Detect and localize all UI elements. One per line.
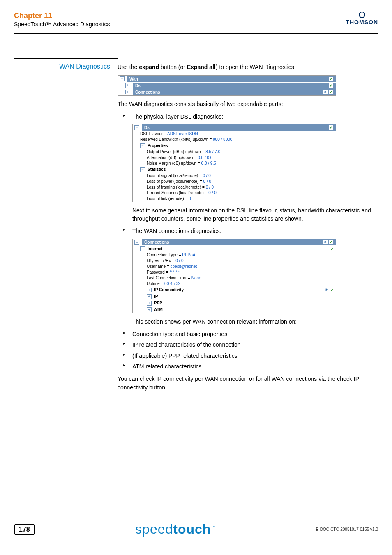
- loss-link-line: Loss of link (remote) = 0: [133, 196, 336, 202]
- properties-node[interactable]: Properties: [148, 143, 168, 149]
- connections-header-bar[interactable]: Connections ⟳✔: [142, 239, 336, 245]
- expand-icon[interactable]: +: [125, 83, 130, 88]
- globe-icon: [359, 12, 365, 18]
- expand-icon[interactable]: +: [147, 288, 152, 292]
- atm-node[interactable]: ATM: [154, 306, 163, 313]
- username-line: Username = cpesit@rednet: [133, 264, 336, 269]
- status-action-icon: ⟳✔: [324, 288, 334, 292]
- expand-icon[interactable]: +: [147, 294, 152, 299]
- chapter-title: Chapter 11: [14, 12, 110, 20]
- content: WAN Diagnostics Use the expand button (o…: [14, 58, 378, 396]
- connections-description-paragraph: This section shows per WAN connection re…: [132, 318, 378, 326]
- last-error-line: Last Connection Error = None: [133, 275, 336, 281]
- sub-bullet-ip-characteristics: IP related characteristics of the connec…: [118, 341, 378, 349]
- connections-node-bar[interactable]: Connections ⟳✔: [133, 89, 336, 95]
- password-line: Password = *******: [133, 269, 336, 275]
- chapter-subtitle: SpeedTouch™ Advanced Diagnostics: [14, 21, 110, 28]
- page-header: Chapter 11 SpeedTouch™ Advanced Diagnost…: [14, 12, 378, 34]
- wan-tree-screenshot: − Wan ✔ + Dsl ✔ +: [118, 75, 336, 96]
- dsl-bandwidth-line: Reserved Bandwidth (kbit/s) up/down = 80…: [133, 137, 336, 143]
- dsl-tree-screenshot: − Dsl ✔ DSL Flavour = ADSL over ISDN Res…: [132, 124, 336, 202]
- uptime-line: Uptime = 00:45:32: [133, 281, 336, 287]
- loss-power-line: Loss of power (local/remote) = 0 / 0: [133, 179, 336, 184]
- document-id: E-DOC-CTC-20051017-0155 v1.0: [316, 527, 378, 532]
- status-ok-icon: ✔: [329, 77, 333, 81]
- collapse-icon[interactable]: −: [134, 240, 139, 245]
- dsl-header-bar[interactable]: Dsl ✔: [142, 124, 336, 131]
- section-body: Use the expand button (or Expand all) to…: [118, 58, 378, 396]
- collapse-icon[interactable]: −: [134, 125, 139, 130]
- bullet-connections-diagnostics: The WAN connections diagnostics: − Conne…: [118, 227, 378, 326]
- kbytes-line: kBytes Tx/Rx = 0 / 0: [133, 258, 336, 264]
- attenuation-line: Attenuation (dB) up/down = 0.0 / 0.0: [133, 155, 336, 161]
- wan-node-bar[interactable]: Wan ✔: [127, 76, 336, 82]
- output-power-line: Output Power (dBm) up/down = 8.5 / 7.0: [133, 149, 336, 155]
- status-action-icon: ⟳✔: [323, 90, 333, 94]
- internet-node[interactable]: Internet: [148, 246, 163, 252]
- dsl-flavour-line: DSL Flavour = ADSL over ISDN: [133, 131, 336, 137]
- status-action-icon: ⟳✔: [323, 240, 333, 244]
- noise-margin-line: Noise Margin (dB) up/down = 6.0 / 9.5: [133, 161, 336, 166]
- sub-bullet-conn-type: Connection type and basic properties: [118, 330, 378, 338]
- bullet-dsl-diagnostics: The physical layer DSL diagnostics: − Ds…: [118, 113, 378, 223]
- loss-signal-line: Loss of signal (local/remote) = 0 / 0: [133, 173, 336, 179]
- status-ok-icon: ✔: [329, 83, 333, 88]
- expand-icon[interactable]: +: [125, 90, 130, 94]
- collapse-icon[interactable]: −: [140, 143, 145, 148]
- section-heading: WAN Diagnostics: [14, 58, 118, 70]
- page-footer: 178 speedtouch™ E-DOC-CTC-20051017-0155 …: [14, 522, 378, 537]
- collapse-icon[interactable]: −: [140, 246, 145, 251]
- page-number: 178: [14, 524, 35, 535]
- status-ok-icon: ✔: [329, 125, 333, 130]
- collapse-icon[interactable]: −: [120, 76, 125, 81]
- loss-framing-line: Loss of framing (local/remote) = 0 / 0: [133, 184, 336, 190]
- ppp-node[interactable]: PPP: [154, 300, 162, 306]
- intro-paragraph: Use the expand button (or Expand all) to…: [118, 63, 378, 71]
- wan-parts-paragraph: The WAN diagnostics consists basically o…: [118, 100, 378, 108]
- statistics-node[interactable]: Statistics: [148, 166, 166, 173]
- ip-node[interactable]: IP: [154, 293, 158, 300]
- sub-bullet-ppp-characteristics: (If applicable) PPP related characterist…: [118, 352, 378, 360]
- status-ok-icon: ✔: [330, 246, 334, 251]
- sub-bullet-atm-characteristics: ATM related characteristics: [118, 362, 378, 371]
- dsl-node-bar[interactable]: Dsl ✔: [133, 83, 336, 89]
- collapse-icon[interactable]: −: [140, 167, 145, 172]
- brand-name: THOMSON: [346, 19, 378, 25]
- expand-icon[interactable]: +: [147, 307, 152, 312]
- connection-type-line: Connection Type = PPPoA: [133, 252, 336, 258]
- page: Chapter 11 SpeedTouch™ Advanced Diagnost…: [0, 0, 392, 555]
- errored-seconds-line: Errored Seconds (local/remote) = 0 / 0: [133, 190, 336, 196]
- closing-paragraph: You can check IP connectivity per WAN co…: [118, 375, 378, 391]
- expand-icon[interactable]: +: [147, 301, 152, 306]
- speedtouch-logo: speedtouch™: [135, 522, 215, 537]
- ip-connectivity-node[interactable]: IP Connectivity: [154, 287, 184, 293]
- connections-tree-screenshot: − Connections ⟳✔ − Internet: [132, 239, 336, 313]
- dsl-description-paragraph: Next to some general information on the …: [132, 206, 378, 223]
- brand-logo: THOMSON: [346, 12, 378, 25]
